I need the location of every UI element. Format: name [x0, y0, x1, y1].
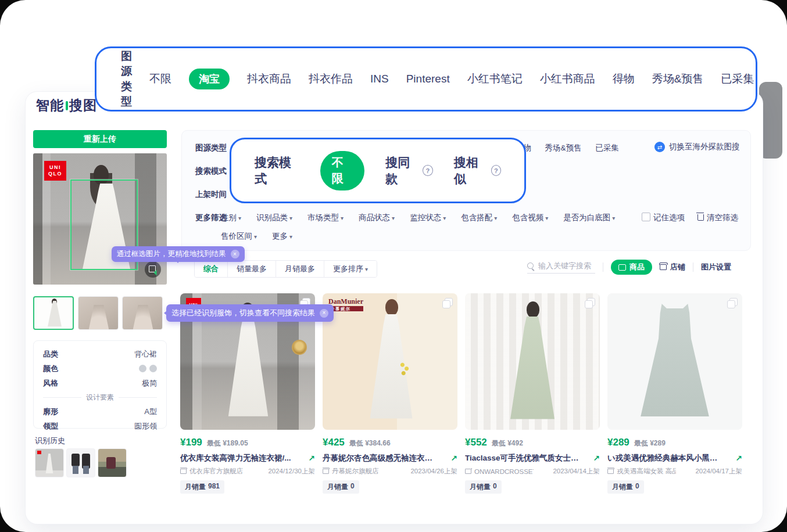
- product-card-3: ¥552 最低 ¥492 Tiaclasse可手洗优雅气质女士A... ↗ ON…: [465, 293, 600, 494]
- mode-option-same-item[interactable]: 搜同款 ?: [385, 154, 432, 187]
- product-title[interactable]: Tiaclasse可手洗优雅气质女士A...: [465, 453, 581, 463]
- detected-item-thumb-dress[interactable]: [33, 296, 74, 330]
- chevron-down-icon: ▾: [443, 215, 446, 221]
- monthly-sales-badge: 月销量0: [323, 480, 359, 494]
- min-price: 最低 ¥492: [492, 438, 523, 448]
- source-option-runway[interactable]: 秀场&预售: [652, 71, 704, 87]
- source-option-dewu[interactable]: 得物: [613, 71, 635, 87]
- crop-select-button[interactable]: [145, 261, 161, 278]
- shop-name: 优衣库官方旗舰店: [180, 467, 243, 476]
- image-settings-button[interactable]: 图片设置: [701, 262, 731, 272]
- help-icon[interactable]: ?: [423, 165, 432, 176]
- open-link-icon[interactable]: ↗: [308, 454, 315, 463]
- source-option-xhs-goods[interactable]: 小红书商品: [540, 71, 595, 87]
- price: ¥289: [607, 437, 629, 448]
- toggle-shops[interactable]: 店铺: [660, 262, 685, 272]
- mode-option-unlimited-selected[interactable]: 不限: [320, 151, 365, 190]
- chevron-down-icon: ▾: [238, 215, 241, 221]
- source-type-label: 图源类型: [121, 49, 132, 109]
- open-link-icon[interactable]: ↗: [735, 454, 742, 463]
- thumb-dress-shape: [45, 301, 65, 328]
- uniqlo-logo: UNI QLO: [44, 161, 66, 181]
- price: ¥425: [323, 437, 345, 448]
- sort-tab-more[interactable]: 更多排序▾: [324, 261, 377, 277]
- copy-image-icon[interactable]: [585, 298, 595, 308]
- dress-product-shot: [634, 304, 716, 420]
- product-image-2[interactable]: DanMunier丹慕妮尔: [323, 293, 457, 430]
- source-option-douyi-goods[interactable]: 抖衣商品: [247, 71, 291, 87]
- tooltip-close-icon[interactable]: ×: [231, 250, 239, 258]
- tooltip-close-icon[interactable]: ×: [320, 309, 328, 318]
- attr-row-color: 颜色: [43, 361, 157, 376]
- source-option-douyi-works[interactable]: 抖衣作品: [309, 71, 353, 87]
- help-icon[interactable]: ?: [491, 165, 501, 176]
- product-title[interactable]: 丹慕妮尔杏色高级感无袖连衣裙...: [323, 453, 439, 463]
- sort-tab-monthly-sales[interactable]: 月销最多: [276, 261, 324, 277]
- monthly-sales-badge: 月销量0: [607, 480, 644, 494]
- listing-date: 2024/12/30上架: [268, 467, 315, 476]
- shop-name: 戎美遇高端女装 高品...: [607, 467, 676, 476]
- copy-image-icon[interactable]: [727, 298, 738, 308]
- search-mode-callout: 搜索模式 不限 搜同款 ? 搜相似 ?: [230, 138, 526, 203]
- product-title[interactable]: い戎美遇优雅经典赫本风小黑裙...: [607, 453, 724, 463]
- history-thumb-1[interactable]: [35, 448, 64, 477]
- mode-option-similar[interactable]: 搜相似 ?: [454, 154, 501, 187]
- keyword-search-input-wrap: [527, 261, 595, 274]
- attr-row-category: 品类 背心裙: [43, 347, 157, 361]
- filter-product-status[interactable]: 商品状态▾: [359, 213, 395, 223]
- sort-tab-comprehensive[interactable]: 综合: [195, 261, 228, 277]
- sort-tab-sales[interactable]: 销量最多: [228, 261, 276, 277]
- source-tail-collected[interactable]: 已采集: [596, 143, 620, 153]
- danmunier-brand-logo: DanMunier丹慕妮尔: [328, 298, 363, 311]
- product-image-3[interactable]: [465, 293, 600, 430]
- logo-green-accent: [66, 101, 68, 110]
- open-link-icon[interactable]: ↗: [593, 454, 600, 463]
- thumb-shoe-shape: [131, 305, 155, 330]
- uploaded-image-preview: UNI QLO: [33, 153, 167, 285]
- crop-hint-tooltip: 通过框选图片，更精准地找到结果 ×: [112, 246, 245, 262]
- monthly-sales-badge: 月销量981: [180, 480, 224, 494]
- source-option-taobao-selected[interactable]: 淘宝: [189, 69, 230, 89]
- toggle-products[interactable]: 商品: [611, 260, 652, 275]
- filter-white-background[interactable]: 是否为白底图▾: [563, 213, 615, 223]
- source-option-pinterest[interactable]: Pinterest: [406, 73, 450, 85]
- chevron-down-icon: ▾: [341, 215, 344, 221]
- filter-has-video[interactable]: 包含视频▾: [512, 213, 548, 223]
- chevron-down-icon: ▾: [392, 215, 395, 221]
- source-tail-runway[interactable]: 秀场&预售: [545, 143, 582, 153]
- reupload-button[interactable]: 重新上传: [33, 130, 167, 148]
- product-card-2: DanMunier丹慕妮尔 ¥425 最低 ¥384.66 丹慕妮尔杏色高级感无…: [323, 293, 457, 494]
- thumb-shoe-shape: [87, 305, 111, 330]
- switch-overseas-link[interactable]: ⇄ 切换至海外探款图搜: [654, 142, 740, 152]
- source-option-collected[interactable]: 已采集: [721, 71, 754, 87]
- source-option-unlimited[interactable]: 不限: [149, 71, 171, 87]
- filter-price-range[interactable]: 售价区间▾: [221, 231, 257, 242]
- source-option-ins[interactable]: INS: [370, 73, 389, 85]
- clear-filters-button[interactable]: 清空筛选: [697, 213, 738, 223]
- price: ¥199: [180, 437, 202, 448]
- product-title[interactable]: 优衣库女装高弹力无袖连衣裙/...: [180, 453, 291, 463]
- shop-icon: [323, 469, 329, 474]
- remember-options-checkbox[interactable]: 记住选项: [642, 213, 685, 223]
- copy-image-icon[interactable]: [442, 298, 453, 308]
- filter-monitor-status[interactable]: 监控状态▾: [410, 213, 446, 223]
- filter-detected-category[interactable]: 识别品类▾: [256, 213, 292, 223]
- filter-market-type[interactable]: 市场类型▾: [307, 213, 344, 223]
- select-garment-tooltip: 选择已经识别服饰，切换查看不同搜索结果 ×: [166, 304, 334, 322]
- filter-row-mode-label: 搜索模式: [195, 166, 227, 177]
- filter-gender[interactable]: 性别▾: [221, 213, 241, 223]
- switch-icon: ⇄: [654, 142, 665, 152]
- keyword-search-input[interactable]: [537, 261, 595, 271]
- product-image-4[interactable]: [607, 293, 742, 430]
- divider: [693, 263, 693, 272]
- filter-more[interactable]: 更多▾: [272, 231, 292, 242]
- detected-item-thumb-shoe-right[interactable]: [122, 296, 163, 330]
- filter-has-outfit[interactable]: 包含搭配▾: [461, 213, 497, 223]
- history-thumb-2[interactable]: [66, 448, 95, 477]
- source-option-xhs-notes[interactable]: 小红书笔记: [467, 71, 523, 87]
- divider: [603, 263, 603, 272]
- open-link-icon[interactable]: ↗: [450, 454, 457, 463]
- detected-item-thumb-shoe-left[interactable]: [78, 296, 119, 330]
- history-thumb-3[interactable]: [98, 448, 127, 477]
- sort-tabs: 综合 销量最多 月销最多 更多排序▾: [194, 260, 377, 278]
